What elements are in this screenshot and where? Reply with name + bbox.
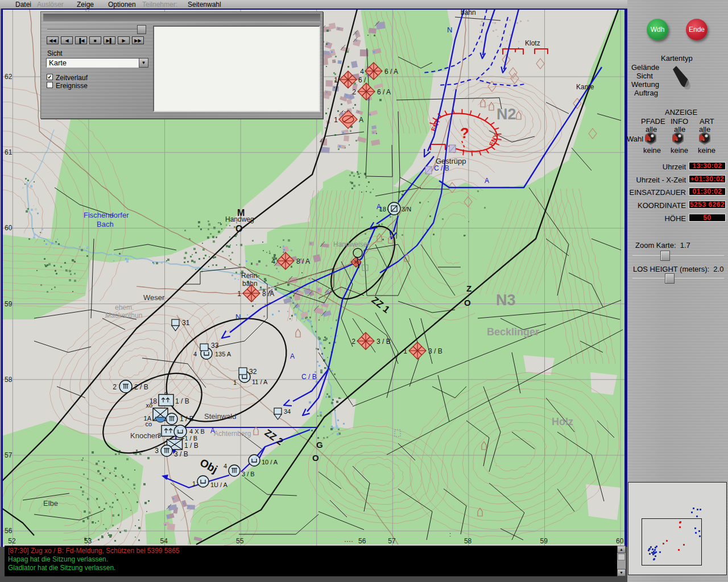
svg-text:4: 4 bbox=[271, 257, 275, 265]
svg-text:62: 62 bbox=[5, 73, 13, 81]
svg-text:G: G bbox=[316, 440, 323, 450]
svg-text:59: 59 bbox=[5, 300, 13, 308]
svg-text:1 / B: 1 / B bbox=[184, 442, 198, 450]
svg-text:N: N bbox=[235, 313, 241, 321]
svg-text:31: 31 bbox=[182, 319, 190, 327]
svg-text::: : bbox=[449, 531, 451, 538]
svg-text:54: 54 bbox=[160, 537, 168, 545]
svg-text:Elbe: Elbe bbox=[43, 499, 58, 508]
svg-text:4: 4 bbox=[224, 463, 227, 469]
svg-text:A: A bbox=[290, 352, 295, 360]
svg-text:·: · bbox=[282, 247, 284, 256]
svg-text:2: 2 bbox=[113, 383, 117, 391]
svg-text:.: . bbox=[518, 42, 519, 50]
svg-text:2 / B: 2 / B bbox=[134, 383, 148, 391]
svg-text:Holz: Holz bbox=[552, 416, 573, 427]
svg-text:1 / B: 1 / B bbox=[175, 397, 189, 405]
svg-text:33: 33 bbox=[211, 342, 219, 350]
svg-text:2: 2 bbox=[352, 88, 356, 96]
svg-text:Mackenthun: Mackenthun bbox=[105, 311, 142, 319]
svg-text:58: 58 bbox=[464, 537, 472, 545]
svg-text:3 / B: 3 / B bbox=[242, 471, 255, 477]
svg-text:O: O bbox=[235, 224, 242, 234]
svg-text:4: 4 bbox=[193, 351, 197, 357]
svg-text:Knochen: Knochen bbox=[130, 431, 159, 440]
svg-text:3 / B: 3 / B bbox=[174, 450, 188, 458]
svg-text:3 / B: 3 / B bbox=[428, 347, 442, 355]
svg-text:4 X B: 4 X B bbox=[189, 428, 205, 435]
svg-text:1: 1 bbox=[334, 76, 338, 84]
svg-text:Fischendorfer: Fischendorfer bbox=[84, 211, 129, 219]
svg-text:co: co bbox=[145, 421, 152, 427]
svg-text:A: A bbox=[359, 116, 363, 124]
svg-text:Kante: Kante bbox=[576, 83, 594, 91]
svg-text:53: 53 bbox=[84, 537, 92, 545]
svg-text:A: A bbox=[377, 203, 381, 211]
svg-text:Klotz: Klotz bbox=[525, 39, 540, 47]
svg-text:6 / A: 6 / A bbox=[384, 68, 398, 76]
svg-text:C / B: C / B bbox=[434, 164, 449, 172]
svg-text:ehem.: ehem. bbox=[115, 304, 134, 311]
svg-text:O: O bbox=[312, 453, 319, 463]
svg-text:bahn: bahn bbox=[461, 9, 476, 16]
svg-text:60: 60 bbox=[616, 537, 624, 545]
svg-text:57: 57 bbox=[5, 451, 13, 459]
svg-text:52: 52 bbox=[8, 537, 16, 545]
svg-text:135 A: 135 A bbox=[215, 351, 231, 357]
svg-text:55: 55 bbox=[236, 537, 244, 545]
svg-text:···: ··· bbox=[341, 107, 349, 115]
svg-text:1: 1 bbox=[334, 116, 338, 124]
svg-text:6 /: 6 / bbox=[358, 76, 366, 84]
svg-text:Achternberg: Achternberg bbox=[214, 430, 251, 438]
svg-text:xo: xo bbox=[146, 402, 152, 409]
svg-text:O: O bbox=[464, 298, 471, 307]
svg-text:1: 1 bbox=[192, 480, 196, 487]
svg-text:1: 1 bbox=[233, 379, 237, 386]
svg-text:····: ···· bbox=[344, 537, 353, 545]
svg-text:+1 / B: +1 / B bbox=[181, 435, 197, 442]
svg-text:8 / A: 8 / A bbox=[296, 257, 310, 265]
svg-text:6 / A: 6 / A bbox=[377, 88, 391, 96]
svg-text:Becklinger: Becklinger bbox=[487, 326, 539, 338]
svg-text:Steinwald: Steinwald bbox=[204, 412, 236, 421]
svg-text:1U / A: 1U / A bbox=[210, 481, 228, 488]
svg-text:M: M bbox=[237, 208, 245, 218]
svg-text:N2: N2 bbox=[497, 106, 516, 123]
svg-text:C / B: C / B bbox=[301, 373, 317, 381]
svg-text:56: 56 bbox=[358, 537, 366, 545]
svg-text:10 / A: 10 / A bbox=[262, 459, 278, 465]
svg-text:N3: N3 bbox=[496, 292, 516, 309]
svg-text:Handweiser: Handweiser bbox=[333, 240, 369, 248]
svg-text:1: 1 bbox=[403, 347, 407, 355]
svg-text:3 / B: 3 / B bbox=[377, 338, 391, 346]
svg-text:11 / A: 11 / A bbox=[252, 379, 268, 385]
svg-text:59: 59 bbox=[540, 537, 548, 545]
svg-text:?: ? bbox=[460, 124, 469, 142]
svg-text:Z: Z bbox=[466, 284, 471, 293]
svg-text:A: A bbox=[485, 177, 489, 185]
svg-text:58: 58 bbox=[5, 376, 13, 384]
svg-text:61: 61 bbox=[5, 148, 13, 156]
svg-text:34: 34 bbox=[284, 408, 291, 415]
svg-text:1 / B: 1 / B bbox=[180, 415, 194, 423]
svg-text:4: 4 bbox=[360, 68, 364, 76]
svg-text:60: 60 bbox=[5, 224, 13, 232]
svg-text:2: 2 bbox=[351, 338, 355, 346]
svg-text:32: 32 bbox=[249, 368, 257, 376]
svg-text:57: 57 bbox=[388, 537, 396, 545]
svg-text:bahn: bahn bbox=[242, 280, 258, 288]
svg-text:3: 3 bbox=[155, 447, 159, 455]
svg-text:Weser: Weser bbox=[143, 293, 165, 302]
svg-text:8 /A: 8 /A bbox=[262, 290, 274, 298]
svg-text:N: N bbox=[447, 26, 452, 34]
svg-text:3/N: 3/N bbox=[402, 206, 411, 213]
svg-text:1: 1 bbox=[237, 290, 241, 298]
svg-text:Bach: Bach bbox=[97, 220, 114, 228]
svg-text:56: 56 bbox=[5, 527, 13, 535]
svg-text:Renn-: Renn- bbox=[241, 272, 260, 280]
